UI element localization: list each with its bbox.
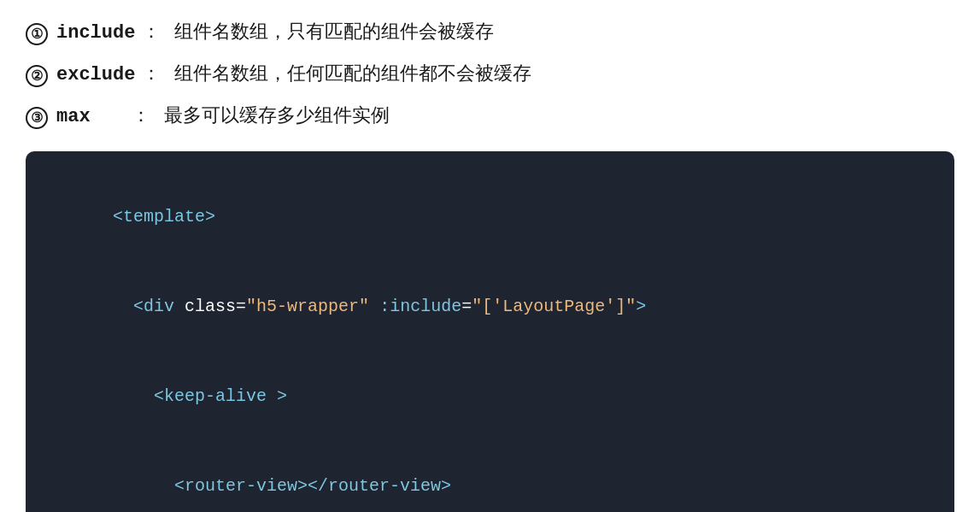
attr-bind-include: :include (369, 297, 461, 316)
tag-div: div (144, 297, 174, 316)
desc-text-include: 组件名数组，只有匹配的组件会被缓存 (174, 17, 494, 45)
colon-1: ： (142, 17, 161, 45)
colon-3: ： (132, 101, 150, 129)
desc-text-max: 最多可以缓存多少组件实例 (164, 101, 390, 129)
bracket-close-template: > (205, 207, 215, 227)
bracket-open-template: < (113, 207, 123, 227)
tag-template-open: template (123, 207, 205, 227)
desc-text-exclude: 组件名数组，任何匹配的组件都不会被缓存 (174, 59, 531, 87)
code-content: <template> <div class="h5-wrapper" :incl… (51, 172, 929, 512)
code-line-2: <div class="h5-wrapper" :include="['Layo… (51, 262, 929, 351)
circle-num-1: ① (26, 23, 48, 45)
description-list: ① include ： 组件名数组，只有匹配的组件会被缓存 ② exclude … (26, 17, 954, 131)
keyword-max: max (56, 103, 125, 131)
code-line-3: <keep-alive > (51, 351, 929, 441)
desc-item-max: ③ max ： 最多可以缓存多少组件实例 (26, 101, 954, 131)
desc-item-include: ① include ： 组件名数组，只有匹配的组件会被缓存 (26, 17, 954, 47)
tag-keep-alive-open: <keep-alive > (113, 386, 287, 406)
colon-2: ： (142, 59, 161, 87)
indent-div: < (113, 297, 144, 316)
attr-bind-val: "['LayoutPage']" (472, 297, 636, 316)
tag-router-view: <router-view></router-view> (113, 476, 451, 496)
code-line-4: <router-view></router-view> (51, 441, 929, 512)
space (174, 297, 185, 316)
keyword-exclude: exclude (56, 61, 135, 89)
desc-item-exclude: ② exclude ： 组件名数组，任何匹配的组件都不会被缓存 (26, 59, 954, 89)
keyword-include: include (56, 19, 135, 47)
circle-num-3: ③ (26, 107, 48, 129)
attr-class: class (185, 297, 236, 316)
circle-num-2: ② (26, 65, 48, 87)
code-block: <template> <div class="h5-wrapper" :incl… (26, 151, 954, 512)
attr-class-val: "h5-wrapper" (246, 297, 369, 316)
code-line-1: <template> (51, 172, 929, 262)
